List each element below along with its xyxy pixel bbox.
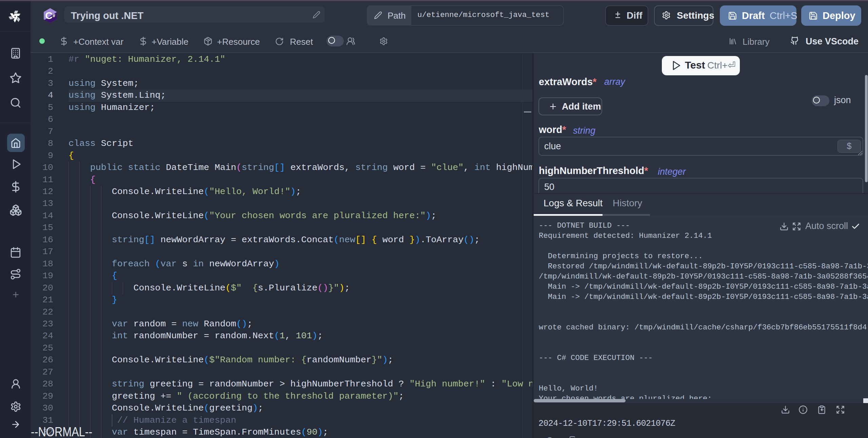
- svg-text:C: C: [45, 10, 53, 21]
- svg-text:#: #: [53, 13, 55, 18]
